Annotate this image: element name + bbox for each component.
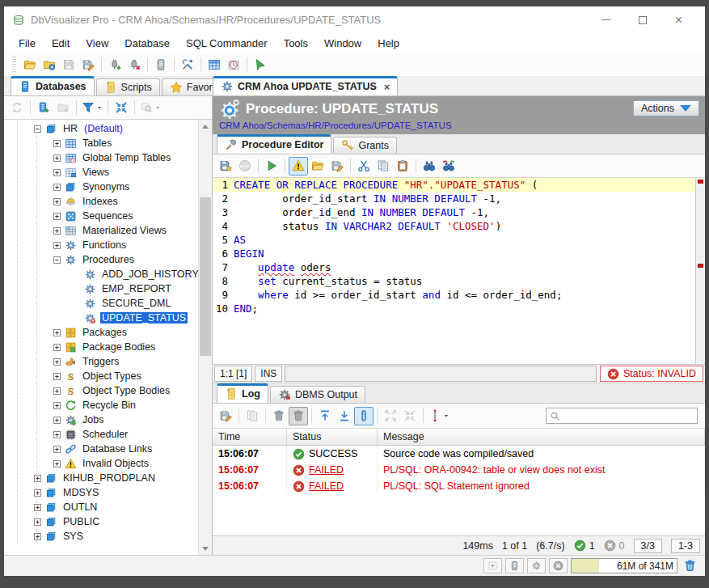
tree-item-object-type-bodies[interactable]: +SObject Type Bodies bbox=[4, 383, 198, 398]
expand-node-icon[interactable]: + bbox=[53, 417, 61, 424]
compile-execute-button[interactable] bbox=[262, 157, 281, 176]
tree-item-views[interactable]: +Views bbox=[4, 165, 198, 180]
log-row[interactable]: 15:06:07SUCCESSSource code was compiled/… bbox=[213, 446, 705, 462]
maximize-button[interactable] bbox=[624, 9, 660, 32]
tree-item-mdsys[interactable]: +MDSYS bbox=[4, 485, 198, 500]
load-from-file-button[interactable] bbox=[308, 157, 327, 176]
column-header-message[interactable]: Message bbox=[378, 429, 705, 445]
scrollbar-thumb[interactable] bbox=[200, 197, 211, 356]
expand-node-icon[interactable]: + bbox=[53, 344, 61, 351]
menu-tools[interactable]: Tools bbox=[277, 35, 314, 52]
locate-object-button[interactable] bbox=[138, 99, 162, 117]
refresh-button[interactable] bbox=[7, 99, 27, 117]
toolbar-grip[interactable] bbox=[12, 57, 16, 73]
collapse-rows-button[interactable] bbox=[400, 407, 420, 425]
expand-node-icon[interactable]: + bbox=[53, 358, 61, 366]
collapse-all-button[interactable] bbox=[112, 99, 131, 117]
close-tab-icon[interactable]: × bbox=[384, 81, 390, 93]
scroll-down-icon[interactable] bbox=[199, 542, 212, 555]
expand-node-icon[interactable]: + bbox=[34, 518, 41, 526]
open-bookmark-button[interactable] bbox=[40, 56, 59, 74]
save-button[interactable] bbox=[59, 56, 78, 74]
menu-view[interactable]: View bbox=[79, 35, 115, 52]
scroll-up-icon[interactable] bbox=[199, 120, 212, 133]
expand-node-icon[interactable]: + bbox=[53, 227, 61, 235]
code-line-4[interactable]: 4 status IN VARCHAR2 DEFAULT 'CLOSED') bbox=[213, 219, 695, 233]
code-line-3[interactable]: 3 order_id_end IN NUMBER DEFAULT -1, bbox=[213, 205, 695, 219]
code-line-6[interactable]: 6BEGIN bbox=[213, 247, 695, 260]
filter-button[interactable] bbox=[80, 99, 104, 117]
menu-sql-commander[interactable]: SQL Commander bbox=[179, 35, 274, 52]
grid-dashed-button[interactable] bbox=[483, 558, 502, 573]
tree-item-procedures[interactable]: −Procedures bbox=[4, 252, 198, 267]
column-header-status[interactable]: Status bbox=[287, 429, 378, 445]
tree-item-functions[interactable]: +Functions bbox=[4, 238, 198, 252]
tab-log[interactable]: Log bbox=[217, 383, 268, 403]
tree-item-tables[interactable]: +Tables bbox=[4, 136, 198, 150]
code-line-5[interactable]: 5AS bbox=[213, 233, 695, 247]
tree-item-secure-dml[interactable]: SECURE_DML bbox=[4, 296, 198, 311]
tool-properties-button[interactable] bbox=[178, 56, 197, 74]
expand-node-icon[interactable]: + bbox=[53, 198, 61, 205]
collapse-node-icon[interactable]: − bbox=[53, 256, 61, 264]
disconnect-button[interactable] bbox=[124, 56, 144, 74]
expand-node-icon[interactable]: + bbox=[53, 402, 61, 409]
show-errors-button[interactable] bbox=[289, 157, 308, 176]
expand-node-icon[interactable]: + bbox=[53, 460, 61, 467]
tab-dbms-output[interactable]: DBMS Output bbox=[270, 386, 365, 403]
connect-button[interactable] bbox=[105, 56, 124, 74]
paste-button[interactable] bbox=[393, 157, 412, 176]
expand-node-icon[interactable]: + bbox=[53, 184, 61, 191]
collapse-node-icon[interactable]: − bbox=[34, 125, 41, 133]
expand-node-icon[interactable]: + bbox=[34, 475, 41, 482]
tree-item-update-status[interactable]: UPDATE_STATUS bbox=[4, 311, 198, 325]
sql-editor[interactable]: 1CREATE OR REPLACE PROCEDURE "HR"."UPDAT… bbox=[213, 178, 705, 365]
menu-file[interactable]: File bbox=[12, 35, 42, 52]
expand-node-icon[interactable]: + bbox=[53, 431, 61, 438]
show-details-button[interactable] bbox=[354, 407, 373, 425]
tree-item-materialized-views[interactable]: +Materialized Views bbox=[4, 223, 198, 238]
open-button[interactable] bbox=[20, 56, 40, 74]
expand-rows-button[interactable] bbox=[381, 407, 400, 425]
tree-item-jobs[interactable]: +Jobs bbox=[4, 412, 198, 427]
tab-databases[interactable]: Databases bbox=[11, 76, 95, 95]
tree-item-synonyms[interactable]: +Synonyms bbox=[4, 180, 198, 194]
expand-node-icon[interactable]: + bbox=[53, 213, 61, 220]
log-export-button[interactable] bbox=[216, 407, 235, 425]
copy-button[interactable] bbox=[373, 157, 393, 176]
tree-scrollbar[interactable] bbox=[198, 120, 212, 555]
clear-log-button[interactable] bbox=[269, 407, 289, 425]
menu-help[interactable]: Help bbox=[371, 35, 406, 52]
save-as-button[interactable] bbox=[78, 56, 98, 74]
expand-node-icon[interactable]: + bbox=[53, 373, 61, 380]
tree-item-package-bodies[interactable]: +Package Bodies bbox=[4, 340, 198, 354]
tab-object-update-status[interactable]: CRM Ahoa UPDATE_STATUS × bbox=[213, 76, 398, 95]
log-row[interactable]: 15:06:07FAILEDPL/SQL: ORA-00942: table o… bbox=[213, 462, 705, 478]
expand-node-icon[interactable]: + bbox=[53, 154, 61, 162]
tree-item-invalid-objects[interactable]: +Invalid Objects bbox=[4, 456, 198, 471]
x-circle-gray-button[interactable] bbox=[549, 558, 568, 573]
code-line-1[interactable]: 1CREATE OR REPLACE PROCEDURE "HR"."UPDAT… bbox=[213, 178, 695, 192]
chevron-down-icon[interactable] bbox=[96, 104, 103, 111]
menu-edit[interactable]: Edit bbox=[45, 35, 76, 52]
save-procedure-button[interactable] bbox=[216, 157, 235, 176]
code-line-9[interactable]: 9 where id >= order_id_start and id <= o… bbox=[213, 288, 695, 302]
scheduler-button[interactable] bbox=[224, 56, 243, 74]
tree-item-kihub-prodplan[interactable]: +KIHUB_PRODPLAN bbox=[4, 471, 198, 485]
chevron-down-icon[interactable] bbox=[154, 104, 161, 111]
auto-clear-button[interactable] bbox=[289, 407, 308, 425]
gear-gray-button[interactable] bbox=[527, 558, 546, 573]
tree-item-packages[interactable]: +Packages bbox=[4, 325, 198, 340]
tree-item-recycle-bin[interactable]: +Recycle Bin bbox=[4, 398, 198, 412]
create-folder-button[interactable] bbox=[53, 99, 73, 117]
breadcrumb[interactable]: CRM Ahoa/Schemas/HR/Procedures/UPDATE_ST… bbox=[219, 121, 698, 130]
tree-item-global-temp-tables[interactable]: +Global Temp Tables bbox=[4, 150, 198, 165]
tree-item-sys[interactable]: +SYS bbox=[4, 529, 198, 544]
error-marker[interactable] bbox=[698, 264, 703, 268]
error-marker[interactable] bbox=[698, 180, 703, 184]
table-data-button[interactable] bbox=[205, 56, 224, 74]
save-to-file-button[interactable] bbox=[327, 157, 347, 176]
tree-item-triggers[interactable]: +Triggers bbox=[4, 354, 198, 369]
chevron-down-icon[interactable] bbox=[443, 412, 449, 419]
scroll-to-top-button[interactable] bbox=[315, 407, 335, 425]
